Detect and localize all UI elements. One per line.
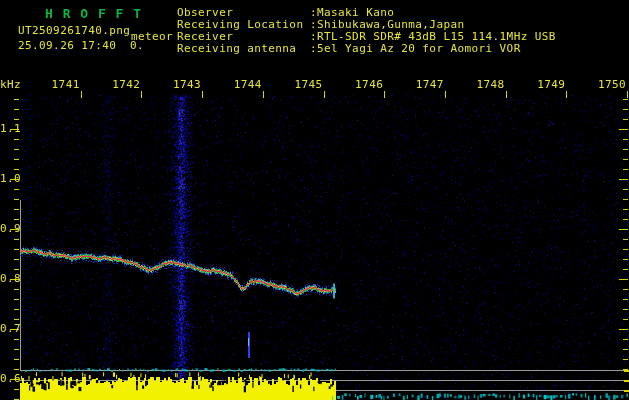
info-label: Observer xyxy=(177,7,233,18)
time-tick-label: 1750 xyxy=(598,79,626,90)
output-filename: UT2509261740.png xyxy=(18,25,130,36)
app-title: H R O F F T xyxy=(45,7,142,20)
spectrogram-plot xyxy=(0,0,629,400)
hrofft-output-window: H R O F F T UT2509261740.png meteor 25.0… xyxy=(0,0,629,400)
info-label: Receiver xyxy=(177,31,233,42)
info-separator: : xyxy=(310,43,317,54)
time-tick-label: 1749 xyxy=(537,79,565,90)
info-separator: : xyxy=(310,31,317,42)
time-tick-label: 1743 xyxy=(173,79,201,90)
freq-tick-label: 0.8 xyxy=(0,273,16,284)
freq-tick-label: 0.6 xyxy=(0,373,16,384)
freq-tick-label: 1.1 xyxy=(0,123,16,134)
time-tick-label: 1741 xyxy=(52,79,80,90)
freq-tick-label: 0.7 xyxy=(0,323,16,334)
freq-tick-label: 1.0 xyxy=(0,173,16,184)
freq-unit-label: kHz xyxy=(0,79,21,90)
info-value: Masaki Kano xyxy=(317,7,394,18)
time-tick-label: 1744 xyxy=(234,79,262,90)
info-value: Shibukawa,Gunma,Japan xyxy=(317,19,464,30)
info-label: Receiving Location xyxy=(177,19,303,30)
info-separator: : xyxy=(310,7,317,18)
meteor-count: 0. xyxy=(130,40,144,51)
time-tick-label: 1746 xyxy=(355,79,383,90)
time-tick-label: 1747 xyxy=(416,79,444,90)
freq-tick-label: 0.9 xyxy=(0,223,16,234)
info-label: Receiving antenna xyxy=(177,43,296,54)
time-tick-label: 1745 xyxy=(294,79,322,90)
info-separator: : xyxy=(310,19,317,30)
info-value: RTL-SDR SDR# 43dB L15 114.1MHz USB xyxy=(317,31,556,42)
time-tick-label: 1742 xyxy=(112,79,140,90)
time-tick-label: 1748 xyxy=(477,79,505,90)
info-value: 5el Yagi Az 20 for Aomori VOR xyxy=(317,43,521,54)
timestamp: 25.09.26 17:40 xyxy=(18,40,116,51)
